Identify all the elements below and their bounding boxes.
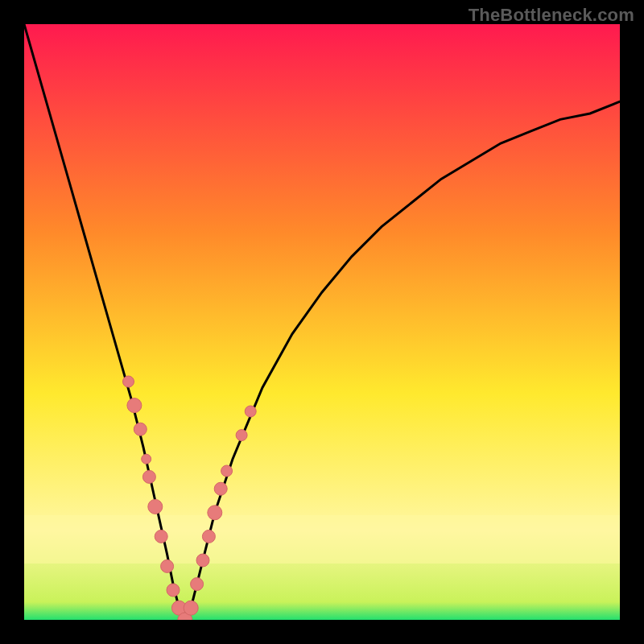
data-marker (202, 530, 215, 543)
data-marker (142, 454, 151, 464)
bottleneck-chart (24, 24, 620, 620)
data-marker (155, 530, 167, 543)
data-marker (208, 506, 222, 520)
data-marker (214, 482, 227, 495)
data-marker (191, 578, 204, 591)
chart-frame: TheBottleneck.com (0, 0, 644, 644)
data-marker (123, 376, 134, 387)
data-marker (167, 584, 180, 597)
data-marker (184, 601, 198, 615)
watermark-text: TheBottleneck.com (469, 5, 634, 26)
data-marker (161, 559, 174, 572)
data-marker (221, 465, 233, 477)
data-marker (236, 430, 247, 441)
plot-area (24, 24, 620, 620)
highlight-band (24, 515, 620, 564)
data-marker (148, 499, 163, 514)
data-marker (142, 470, 155, 483)
data-marker (245, 406, 256, 417)
data-marker (196, 554, 209, 567)
data-marker (127, 398, 142, 413)
data-marker (134, 423, 147, 436)
